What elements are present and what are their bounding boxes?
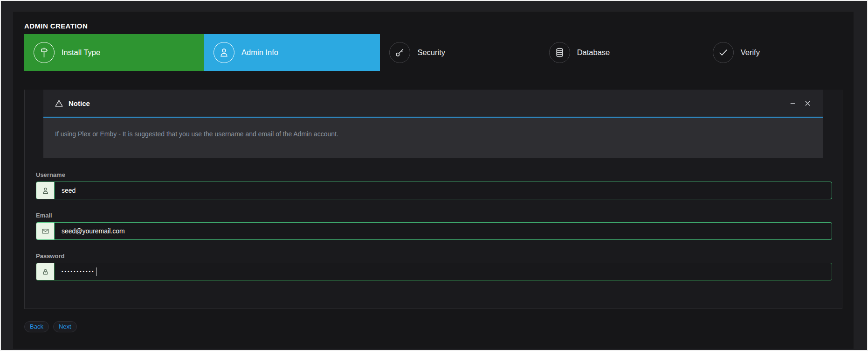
password-input[interactable]: ••••••••••• xyxy=(55,263,832,280)
step-label: Admin Info xyxy=(241,48,278,57)
padlock-icon xyxy=(36,263,55,280)
database-icon xyxy=(549,42,570,63)
email-field-group: Email xyxy=(36,212,832,240)
minimize-icon[interactable] xyxy=(788,99,797,108)
person-icon xyxy=(36,182,55,199)
next-button[interactable]: Next xyxy=(53,321,77,332)
page-title: ADMIN CREATION xyxy=(24,22,842,30)
step-verify[interactable]: Verify xyxy=(703,34,842,71)
admin-info-form: Username Email xyxy=(25,171,842,281)
notice-controls xyxy=(788,99,812,108)
close-icon[interactable] xyxy=(803,99,812,108)
check-icon xyxy=(713,42,734,63)
step-install-type[interactable]: Install Type xyxy=(24,34,204,71)
warning-icon xyxy=(55,99,63,108)
person-icon xyxy=(214,42,234,63)
wizard-steps: Install Type Admin Info Security xyxy=(24,34,842,71)
notice-header: Notice xyxy=(43,90,823,117)
username-label: Username xyxy=(36,171,832,178)
back-button[interactable]: Back xyxy=(24,321,49,332)
step-security[interactable]: Security xyxy=(380,34,539,71)
step-label: Security xyxy=(417,48,445,57)
password-label: Password xyxy=(36,253,832,260)
step-database[interactable]: Database xyxy=(540,34,703,71)
password-field-group: Password ••••••••••• xyxy=(36,253,832,281)
notice-title: Notice xyxy=(69,99,90,107)
notice-panel: Notice If using Plex or Emby - It is sug… xyxy=(43,90,823,158)
wizard-actions: Back Next xyxy=(24,321,842,332)
app-window: { "page": { "title": "ADMIN CREATION" },… xyxy=(0,0,868,351)
admin-info-panel: Notice If using Plex or Emby - It is sug… xyxy=(24,90,842,309)
step-label: Verify xyxy=(741,48,760,57)
username-input-row xyxy=(36,182,832,199)
envelope-icon xyxy=(36,223,55,239)
password-masked-value: ••••••••••• xyxy=(62,263,95,281)
admin-creation-container: ADMIN CREATION Install Type Admin Info xyxy=(13,12,854,349)
step-admin-info[interactable]: Admin Info xyxy=(204,34,380,71)
email-label: Email xyxy=(36,212,832,219)
email-input[interactable] xyxy=(55,223,832,239)
username-field-group: Username xyxy=(36,171,832,199)
step-label: Database xyxy=(577,48,610,57)
username-input[interactable] xyxy=(55,182,832,199)
key-icon xyxy=(389,42,410,63)
notice-message: If using Plex or Emby - It is suggested … xyxy=(43,118,823,158)
step-label: Install Type xyxy=(62,48,100,57)
signpost-icon xyxy=(34,42,55,63)
password-input-row: ••••••••••• xyxy=(36,263,832,281)
email-input-row xyxy=(36,222,832,240)
text-caret xyxy=(96,267,97,276)
